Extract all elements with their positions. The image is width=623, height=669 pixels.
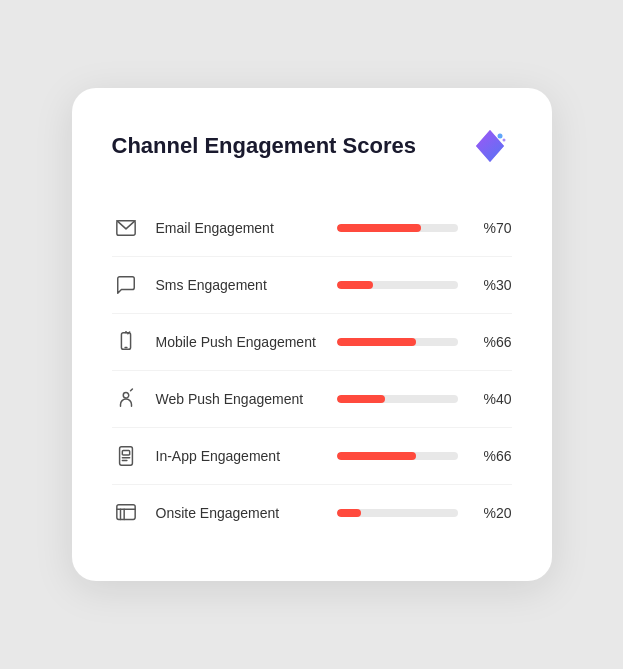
onsite-progress-container — [337, 509, 458, 517]
svg-point-3 — [502, 139, 505, 142]
email-progress-bar — [337, 224, 422, 232]
email-percent: %70 — [474, 220, 512, 236]
engagement-row-web-push: Web Push Engagement %40 — [112, 371, 512, 428]
mobile-push-progress-container — [337, 338, 458, 346]
svg-line-10 — [130, 389, 132, 391]
svg-rect-11 — [119, 447, 132, 465]
in-app-label: In-App Engagement — [156, 448, 321, 464]
svg-point-9 — [123, 393, 129, 399]
web-push-percent: %40 — [474, 391, 512, 407]
onsite-percent: %20 — [474, 505, 512, 521]
web-push-label: Web Push Engagement — [156, 391, 321, 407]
web-push-icon — [112, 385, 140, 413]
email-progress-container — [337, 224, 458, 232]
mobile-push-label: Mobile Push Engagement — [156, 334, 321, 350]
sms-progress-bar — [337, 281, 373, 289]
mobile-push-icon — [112, 328, 140, 356]
onsite-label: Onsite Engagement — [156, 505, 321, 521]
card-title: Channel Engagement Scores — [112, 133, 416, 159]
sms-label: Sms Engagement — [156, 277, 321, 293]
engagement-row-onsite: Onsite Engagement %20 — [112, 485, 512, 541]
mobile-push-progress-bar — [337, 338, 417, 346]
onsite-progress-bar — [337, 509, 361, 517]
svg-rect-15 — [116, 505, 134, 520]
engagement-card: Channel Engagement Scores E — [72, 88, 552, 581]
svg-rect-12 — [122, 451, 129, 456]
engagement-row-mobile-push: Mobile Push Engagement %66 — [112, 314, 512, 371]
onsite-icon — [112, 499, 140, 527]
in-app-progress-container — [337, 452, 458, 460]
engagement-row-sms: Sms Engagement %30 — [112, 257, 512, 314]
card-header: Channel Engagement Scores — [112, 124, 512, 168]
in-app-progress-bar — [337, 452, 417, 460]
email-icon — [112, 214, 140, 242]
svg-point-2 — [497, 134, 502, 139]
in-app-percent: %66 — [474, 448, 512, 464]
engagement-list: Email Engagement %70 Sms Engagement %30 … — [112, 200, 512, 541]
email-label: Email Engagement — [156, 220, 321, 236]
sms-percent: %30 — [474, 277, 512, 293]
diamond-icon — [468, 124, 512, 168]
in-app-icon — [112, 442, 140, 470]
web-push-progress-bar — [337, 395, 385, 403]
mobile-push-percent: %66 — [474, 334, 512, 350]
web-push-progress-container — [337, 395, 458, 403]
sms-progress-container — [337, 281, 458, 289]
engagement-row-in-app: In-App Engagement %66 — [112, 428, 512, 485]
engagement-row-email: Email Engagement %70 — [112, 200, 512, 257]
sms-icon — [112, 271, 140, 299]
